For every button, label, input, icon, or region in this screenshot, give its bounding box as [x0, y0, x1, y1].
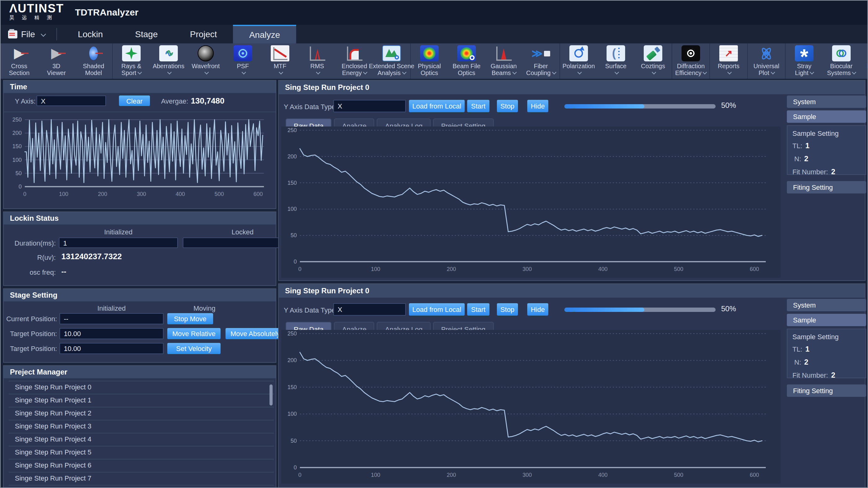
sidebar-item-system[interactable]: System — [787, 95, 866, 108]
list-item-singe-step-run-project-1[interactable]: Singe Step Run Project 1 — [9, 394, 274, 407]
toolbar-item-surface[interactable]: Surface — [597, 44, 634, 79]
svg-text:200: 200 — [12, 130, 22, 136]
toolbar-item-rms[interactable]: RMS — [299, 44, 336, 79]
sidebar-item-sample[interactable]: Sample — [787, 314, 866, 326]
sidebar-item-fiting-setting[interactable]: Fiting Setting — [787, 384, 866, 397]
cross-section-icon — [10, 45, 29, 61]
stop-move-button[interactable]: Stop Move — [167, 313, 213, 324]
toolbar-item-none[interactable]: Fr — [860, 44, 867, 79]
scrollbar-thumb[interactable] — [270, 384, 273, 405]
list-item-singe-step-run-project-4[interactable]: Singe Step Run Project 4 — [9, 433, 274, 447]
svg-text:300: 300 — [137, 191, 146, 197]
progress-percent: 50% — [721, 305, 736, 313]
menu-item-project[interactable]: Project — [174, 25, 233, 44]
list-item-singe-step-run-project-3[interactable]: Singe Step Run Project 3 — [9, 421, 274, 433]
toolbar-item-cross-section[interactable]: CrossSection — [1, 44, 38, 79]
toolbar-item-viewer-3d[interactable]: 3DViewer — [38, 44, 75, 79]
start-button[interactable]: Start — [467, 303, 490, 316]
biocular-systems-icon — [832, 45, 851, 61]
svg-text:0: 0 — [298, 266, 302, 272]
toolbar-item-diffraction-efficiency[interactable]: DiffractionEfficiency — [672, 44, 710, 79]
run-chart-area: 0501001502002500100200300400500600 — [281, 126, 781, 278]
toolbar-item-beam-file-optics[interactable]: Beam FileOptics — [448, 44, 485, 79]
load-from-local-button[interactable]: Load from Local — [409, 303, 465, 316]
tl-row: TL:1 — [793, 141, 861, 150]
list-item-singe-step-run-project-7[interactable]: Singe Step Run Project 7 — [9, 472, 274, 486]
duration-input[interactable] — [59, 237, 178, 248]
svg-text:50: 50 — [290, 438, 297, 444]
start-button[interactable]: Start — [467, 100, 490, 112]
svg-text:500: 500 — [674, 266, 683, 272]
list-item-singe-step-run-project-2[interactable]: Singe Step Run Project 2 — [9, 407, 274, 421]
n-row: N:2 — [793, 358, 861, 367]
set-velocity-button[interactable]: Set Velocity — [167, 343, 221, 354]
progress-fill — [564, 104, 645, 109]
chevron-down-icon — [205, 70, 209, 75]
toolbar-item-coztings[interactable]: Coztings — [634, 44, 672, 79]
toolbar-item-wavefront[interactable]: Wavefront — [187, 44, 224, 79]
toolbar-item-reports[interactable]: Reports — [710, 44, 748, 79]
chevron-down-icon — [279, 70, 283, 75]
duration-label: Duration(ms): — [4, 239, 56, 247]
chevron-down-icon — [615, 70, 619, 75]
chevron-down-icon — [363, 70, 367, 75]
current-position-input[interactable] — [60, 313, 163, 324]
list-item-singe-step-run-project-5[interactable]: Singe Step Run Project 5 — [9, 447, 274, 459]
column-header-moving: Moving — [167, 305, 242, 312]
target-position-input[interactable] — [60, 328, 163, 339]
move-relative-button[interactable]: Move Relative — [167, 328, 221, 339]
y-axis-data-type-input[interactable] — [333, 303, 406, 316]
svg-text:100: 100 — [371, 472, 380, 478]
chevron-down-icon — [552, 70, 556, 75]
toolbar-item-gaussian-beams[interactable]: GaussianBeams — [485, 44, 522, 79]
sidebar-item-fiting-setting[interactable]: Fiting Setting — [787, 181, 866, 194]
y-axis-input[interactable] — [36, 95, 106, 106]
panel-title: Preject Manager — [4, 366, 276, 378]
sidebar-item-sample[interactable]: Sample — [787, 110, 866, 123]
move-absolutely-button[interactable]: Move Absolutely — [225, 328, 285, 339]
menu-item-analyze[interactable]: Analyze — [233, 25, 296, 44]
hide-button[interactable]: Hide — [527, 100, 548, 112]
none-icon — [861, 45, 867, 61]
panel-title: Sing Step Run Project 0 — [279, 284, 865, 298]
toolbar-item-enclosed-energy[interactable]: EnclosedEnergy — [336, 44, 373, 79]
chevron-down-icon — [852, 70, 856, 75]
title-bar: ΛUTINST 昊 远 精 测 TDTRAnalyzer — [1, 1, 867, 25]
toolbar-item-biocular-systems[interactable]: BiocularSystems — [823, 44, 860, 79]
load-from-local-button[interactable]: Load from Local — [409, 100, 465, 112]
sample-setting-label: Sample Setting — [793, 333, 861, 340]
toolbar-item-universal-plot[interactable]: UniversalPlot — [748, 44, 785, 79]
average-label: Avergae: — [161, 97, 188, 105]
toolbar-item-rays-sport[interactable]: Rays &Sport — [113, 44, 150, 79]
target-position-2-input[interactable] — [60, 343, 163, 354]
list-item-singe-step-run-project-0[interactable]: Singe Step Run Project 0 — [9, 381, 274, 394]
toolbar-item-stray-light[interactable]: StrayLight — [785, 44, 823, 79]
average-value: 130,7480 — [191, 96, 224, 106]
chevron-down-icon — [578, 70, 582, 75]
menu-item-file[interactable]: File — [1, 25, 51, 44]
list-item-singe-step-run-project-6[interactable]: Singe Step Run Project 6 — [9, 459, 274, 472]
stop-button[interactable]: Stop — [497, 303, 518, 316]
toolbar-item-fiber-coupling[interactable]: FiberCoupling — [522, 44, 560, 79]
sidebar-item-system[interactable]: System — [787, 299, 866, 311]
toolbar-item-polarization[interactable]: Polarization — [560, 44, 597, 79]
list-item-singe-step-run-project-8[interactable]: Singe Step Run Project 8 — [9, 486, 274, 487]
stop-button[interactable]: Stop — [497, 100, 518, 112]
y-axis-data-type-label: Y Axis Data Type: — [284, 103, 337, 110]
column-header-initialized: Initialized — [60, 305, 163, 312]
hide-button[interactable]: Hide — [527, 303, 548, 316]
toolbar-item-shaded-model[interactable]: ShadedModel — [75, 44, 113, 79]
toolbar-item-psf[interactable]: PSF — [224, 44, 261, 79]
toolbar-item-physical-optics[interactable]: PhysicalOptics — [411, 44, 448, 79]
menu-item-stage[interactable]: Stage — [119, 25, 174, 44]
toolbar-item-extended-scene-analysis[interactable]: Extended SceneAnalysis — [373, 44, 411, 79]
toolbar-item-aberrations[interactable]: Aberrations — [150, 44, 187, 79]
progress-fill — [564, 308, 645, 312]
toolbar-item-mtf[interactable]: MTF — [261, 44, 299, 79]
clear-button[interactable]: Clear — [119, 95, 150, 106]
y-axis-data-type-input[interactable] — [333, 100, 406, 112]
menu-item-lockin[interactable]: Lockin — [62, 25, 119, 44]
chevron-down-icon — [810, 70, 814, 75]
svg-text:400: 400 — [598, 472, 608, 478]
chevron-down-icon — [770, 70, 775, 75]
